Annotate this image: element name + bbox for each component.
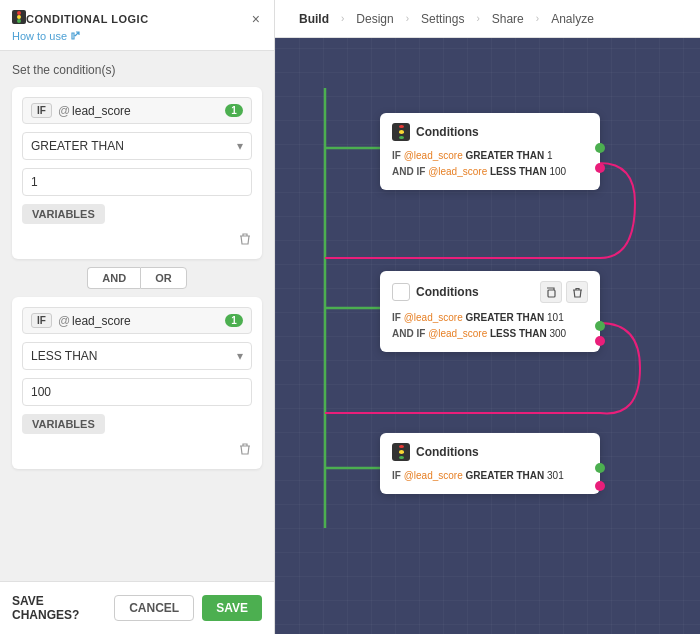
right-panel: Build › Design › Settings › Share › Anal… bbox=[275, 0, 700, 634]
card-delete-button-2[interactable] bbox=[566, 281, 588, 303]
value-input-1[interactable] bbox=[22, 168, 252, 196]
canvas-area: Conditions IF @lead_score GREATER THAN 1… bbox=[275, 38, 700, 634]
and-or-row: AND OR bbox=[12, 267, 262, 289]
and-button[interactable]: AND bbox=[87, 267, 140, 289]
card-body-3: IF @lead_score GREATER THAN 301 bbox=[392, 468, 588, 484]
left-panel: CONDITIONAL LOGIC How to use × Set the c… bbox=[0, 0, 275, 634]
card-dot-green-1 bbox=[595, 143, 605, 153]
card-dot-pink-2 bbox=[595, 336, 605, 346]
card-title-1: Conditions bbox=[416, 125, 479, 139]
save-button[interactable]: SAVE bbox=[202, 595, 262, 621]
if-row-1: IF @ lead_score 1 bbox=[22, 97, 252, 124]
at-symbol-2: @ bbox=[58, 314, 70, 328]
var-name-2: lead_score bbox=[72, 314, 225, 328]
how-to-use-link[interactable]: How to use bbox=[12, 30, 149, 42]
operator-select-2[interactable]: LESS THAN ▾ bbox=[22, 342, 252, 370]
or-button[interactable]: OR bbox=[140, 267, 187, 289]
card-body-1: IF @lead_score GREATER THAN 1 AND IF @le… bbox=[392, 148, 588, 180]
panel-title: CONDITIONAL LOGIC bbox=[26, 13, 149, 25]
set-conditions-label: Set the condition(s) bbox=[12, 63, 262, 77]
badge-1: 1 bbox=[225, 104, 243, 117]
operator-label-1: GREATER THAN bbox=[31, 139, 237, 153]
panel-header: CONDITIONAL LOGIC How to use × bbox=[0, 0, 274, 51]
nav-sep-4: › bbox=[536, 13, 539, 24]
card-empty-icon-2 bbox=[392, 283, 410, 301]
close-button[interactable]: × bbox=[250, 10, 262, 28]
card-dot-green-2 bbox=[595, 321, 605, 331]
nav-analyze[interactable]: Analyze bbox=[543, 12, 602, 26]
trash-icon-2 bbox=[238, 442, 252, 456]
delete-button-2[interactable] bbox=[238, 442, 252, 459]
card-title-3: Conditions bbox=[416, 445, 479, 459]
svg-point-1 bbox=[17, 11, 21, 15]
card-dot-green-3 bbox=[595, 463, 605, 473]
panel-body: Set the condition(s) IF @ lead_score 1 G… bbox=[0, 51, 274, 581]
nav-sep-3: › bbox=[476, 13, 479, 24]
nav-build[interactable]: Build bbox=[291, 12, 337, 26]
trash-icon-1 bbox=[238, 232, 252, 246]
save-changes-label: SAVE CHANGES? bbox=[12, 594, 114, 622]
card-title-2: Conditions bbox=[416, 285, 479, 299]
svg-rect-8 bbox=[548, 290, 555, 297]
svg-point-3 bbox=[17, 19, 21, 23]
panel-footer: SAVE CHANGES? CANCEL SAVE bbox=[0, 581, 274, 634]
delete-button-1[interactable] bbox=[238, 232, 252, 249]
variables-button-1[interactable]: VARIABLES bbox=[22, 204, 105, 224]
if-badge-1: IF bbox=[31, 103, 52, 118]
badge-2: 1 bbox=[225, 314, 243, 327]
variables-button-2[interactable]: VARIABLES bbox=[22, 414, 105, 434]
traffic-light-icon bbox=[12, 10, 26, 28]
card-trash-icon bbox=[572, 287, 583, 298]
at-symbol-1: @ bbox=[58, 104, 70, 118]
cancel-button[interactable]: CANCEL bbox=[114, 595, 194, 621]
condition-card-2: Conditions IF @lead_score GREATER THAN 1… bbox=[380, 271, 600, 352]
var-name-1: lead_score bbox=[72, 104, 225, 118]
card-traffic-icon-1 bbox=[392, 123, 410, 141]
card-traffic-icon-3 bbox=[392, 443, 410, 461]
value-input-2[interactable] bbox=[22, 378, 252, 406]
footer-buttons: CANCEL SAVE bbox=[114, 595, 262, 621]
card-dot-pink-1 bbox=[595, 163, 605, 173]
card-copy-button-2[interactable] bbox=[540, 281, 562, 303]
operator-label-2: LESS THAN bbox=[31, 349, 237, 363]
chevron-down-icon-1: ▾ bbox=[237, 139, 243, 153]
if-row-2: IF @ lead_score 1 bbox=[22, 307, 252, 334]
nav-sep-1: › bbox=[341, 13, 344, 24]
external-link-icon bbox=[70, 31, 80, 41]
condition-block-1: IF @ lead_score 1 GREATER THAN ▾ VARIABL… bbox=[12, 87, 262, 259]
nav-design[interactable]: Design bbox=[348, 12, 401, 26]
nav-sep-2: › bbox=[406, 13, 409, 24]
if-badge-2: IF bbox=[31, 313, 52, 328]
condition-card-1: Conditions IF @lead_score GREATER THAN 1… bbox=[380, 113, 600, 190]
condition-card-3: Conditions IF @lead_score GREATER THAN 3… bbox=[380, 433, 600, 494]
chevron-down-icon-2: ▾ bbox=[237, 349, 243, 363]
card-dot-pink-3 bbox=[595, 481, 605, 491]
operator-select-1[interactable]: GREATER THAN ▾ bbox=[22, 132, 252, 160]
copy-icon bbox=[546, 287, 557, 298]
nav-settings[interactable]: Settings bbox=[413, 12, 472, 26]
card-body-2: IF @lead_score GREATER THAN 101 AND IF @… bbox=[392, 310, 588, 342]
nav-share[interactable]: Share bbox=[484, 12, 532, 26]
top-nav: Build › Design › Settings › Share › Anal… bbox=[275, 0, 700, 38]
svg-point-2 bbox=[17, 15, 21, 19]
condition-block-2: IF @ lead_score 1 LESS THAN ▾ VARIABLES bbox=[12, 297, 262, 469]
